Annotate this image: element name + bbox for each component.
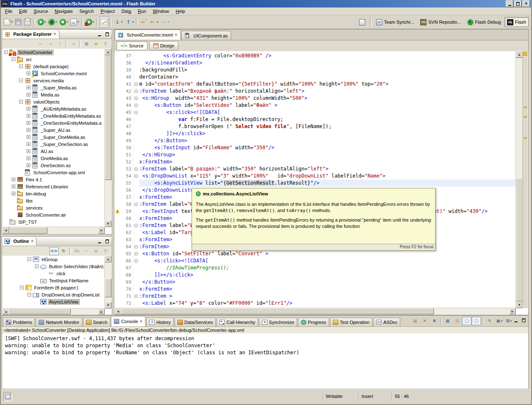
tree-item-valueobjects[interactable]: −valueObjects	[2, 98, 105, 105]
code-text[interactable]: <s:TextInput id="FileName" width="350"/>	[139, 144, 516, 151]
console-clear-console-button[interactable]: ▩	[443, 317, 452, 325]
fold-collapse-icon[interactable]: −	[134, 174, 138, 178]
outline-tab[interactable]: Outline ✕	[2, 237, 37, 246]
fold-column[interactable]	[133, 187, 139, 194]
tree-item-click[interactable]: click	[2, 270, 105, 277]
tree-item-libs[interactable]: libs	[2, 197, 105, 204]
code-text[interactable]: <s:HGroup width="431" height="100%" colu…	[139, 95, 516, 102]
editor-tab-uicomponent-as[interactable]: UIComponent.as	[181, 31, 231, 40]
tree-item-super-onesection-as[interactable]: +_Super_OneSection.as	[2, 141, 105, 148]
fold-column[interactable]	[133, 158, 139, 165]
menu-source[interactable]: Source	[30, 8, 52, 15]
expand-icon[interactable]: +	[27, 135, 30, 139]
fold-column[interactable]: −	[133, 88, 139, 95]
editor-tab-schoolconverter-mxml[interactable]: SchoolConverter.mxml✕	[115, 30, 181, 40]
code-line-38[interactable]: 38 </s:LinearGradient>	[115, 59, 516, 67]
code-line-37[interactable]: 37 <s:GradientEntry color="0xB9B9B9" />	[115, 52, 516, 59]
dropdown-caret-icon[interactable]: ▾	[510, 317, 512, 325]
package-explorer-tab[interactable]: Package Explorer ✕	[2, 30, 59, 39]
titlebar[interactable]: Fb Flash - SchoolConverter/src/SchoolCon…	[1, 0, 531, 7]
code-line-42[interactable]: 42−:FormItem label="Входной файл:" horiz…	[115, 88, 516, 95]
expand-icon[interactable]: +	[27, 114, 30, 118]
code-line-50[interactable]: 50 <s:TextInput id="FileName" width="350…	[115, 144, 516, 151]
tree-item-button-selectvideo[interactable]: −Button SelectVideo (Файл)	[2, 263, 105, 270]
perspective-flash[interactable]: Flash	[505, 17, 529, 27]
expand-icon[interactable]: +	[27, 121, 30, 125]
fold-column[interactable]	[133, 236, 139, 243]
tree-item-hgroup[interactable]: −HGroup	[2, 256, 105, 263]
fold-column[interactable]	[133, 180, 139, 187]
expand-icon[interactable]: +	[27, 163, 30, 167]
fold-column[interactable]	[133, 74, 139, 81]
outline-hide-states-button[interactable]: ✂	[82, 247, 91, 255]
code-text[interactable]: <s:GradientEntry color="0xB9B9B9" />	[139, 52, 516, 59]
fold-column[interactable]	[133, 264, 139, 272]
code-line-39[interactable]: 39:backgroundFill>	[115, 67, 516, 74]
fold-column[interactable]: −	[133, 222, 139, 229]
outline-sort-alphabetically-button[interactable]: Az	[72, 247, 81, 255]
fold-column[interactable]	[133, 137, 139, 144]
bottom-tab-progress[interactable]: Progress	[298, 318, 329, 326]
warning-mark[interactable]	[524, 116, 527, 118]
expand-icon[interactable]: +	[27, 128, 30, 132]
tree-item-services-media[interactable]: −services.media	[2, 77, 105, 84]
pe-collapse-all-button[interactable]: ⊟	[82, 40, 91, 48]
code-text[interactable]: <s:click><![CDATA[	[139, 109, 516, 116]
dropdown-caret-icon[interactable]: ▾	[121, 20, 123, 24]
tree-item-formitem[interactable]: −FormItem (В раздел:)	[2, 284, 105, 291]
fold-collapse-icon[interactable]: −	[134, 89, 138, 93]
console-display-selected-console-button[interactable]: ▣▾	[495, 317, 504, 325]
code-line-41[interactable]: 41−m id="contactForm" defaultButton="{Se…	[115, 81, 516, 88]
maximize-view-button[interactable]	[520, 318, 527, 323]
fold-collapse-icon[interactable]: −	[134, 82, 138, 86]
code-text[interactable]: <s:AsyncListView list="{GetSectionResult…	[139, 180, 516, 187]
bottom-tab-test-operation[interactable]: Test Operation	[330, 318, 373, 326]
menu-run[interactable]: Run	[134, 8, 149, 15]
fold-column[interactable]: −	[133, 257, 139, 264]
fold-column[interactable]	[133, 144, 139, 151]
code-text[interactable]: <s:Button id="SetFilter" label="Convert"…	[139, 250, 516, 257]
code-line-43[interactable]: 43− <s:HGroup width="431" height="100%" …	[115, 95, 516, 102]
outline-hscrollbar[interactable]: ◀ ▶	[2, 308, 105, 314]
fold-column[interactable]	[133, 130, 139, 137]
tree-item-onemedia-as[interactable]: +OneMedia.as	[2, 155, 105, 162]
code-text[interactable]: <s:click><![CDATA[	[139, 257, 516, 264]
fold-collapse-icon[interactable]: −	[134, 294, 138, 298]
expand-icon[interactable]: +	[12, 192, 15, 195]
expand-icon[interactable]: +	[27, 149, 30, 153]
code-line-71[interactable]: 71−:FormItem >	[115, 293, 516, 300]
dropdown-caret-icon[interactable]: ▾	[55, 20, 57, 24]
minimize-view-button[interactable]	[96, 32, 103, 37]
tree-item-onemediaentitymetadata-as[interactable]: +_OneMediaEntityMetadata.as	[2, 112, 105, 119]
fold-column[interactable]	[133, 300, 139, 307]
perspective-flash-debug[interactable]: Flash Debug	[465, 17, 503, 27]
code-line-55[interactable]: 55 <s:AsyncListView list="{GetSectionRes…	[115, 180, 516, 187]
fold-collapse-icon[interactable]: −	[134, 224, 138, 227]
tree-item-media-as[interactable]: +Media.as	[2, 91, 105, 98]
bottom-tab-data-services[interactable]: Data/Services	[175, 318, 216, 326]
tree-item-au-as[interactable]: +AU.as	[2, 148, 105, 155]
code-text[interactable]: ]]></s:click>	[139, 130, 516, 137]
scroll-up-icon[interactable]: ▲	[105, 256, 111, 262]
scroll-thumb[interactable]	[105, 55, 111, 180]
tree-item-schoolconverter-air[interactable]: SchoolConverter.air	[2, 211, 105, 218]
pe-up-button[interactable]: ↑	[55, 40, 64, 48]
mode-source-button[interactable]: </>Source	[116, 41, 148, 50]
code-line-53[interactable]: 53−:FormItem label="В раздел:" width="35…	[115, 165, 516, 173]
scroll-thumb[interactable]	[105, 279, 111, 297]
dropdown-caret-icon[interactable]: ▾	[11, 20, 12, 24]
expand-icon[interactable]: +	[27, 86, 30, 89]
fold-column[interactable]	[133, 272, 139, 279]
code-text[interactable]: </s:LinearGradient>	[139, 59, 516, 67]
scroll-left-icon[interactable]: ◀	[2, 227, 9, 234]
outline-filter-dot-button[interactable]: ●	[91, 247, 101, 255]
console-remove-launch-button[interactable]: ✕	[420, 317, 429, 325]
collapse-icon[interactable]: −	[12, 57, 15, 61]
run-last-button[interactable]: ▾	[84, 17, 96, 27]
collapse-icon[interactable]: −	[35, 264, 39, 268]
console-terminate-button[interactable]: ■	[411, 317, 420, 325]
close-button[interactable]: ×	[522, 0, 530, 7]
collapse-icon[interactable]: −	[20, 286, 24, 289]
expand-icon[interactable]: +	[27, 156, 30, 160]
fold-column[interactable]	[133, 215, 139, 222]
